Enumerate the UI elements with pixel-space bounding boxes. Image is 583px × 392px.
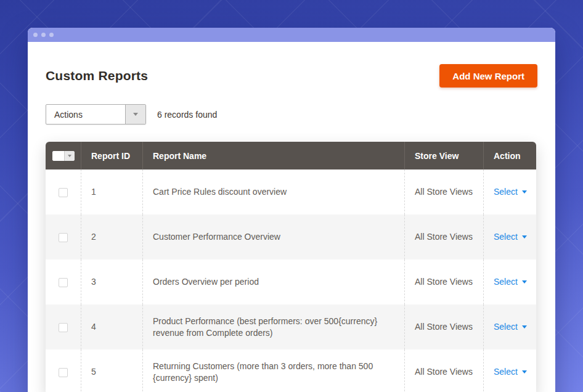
column-header-select-all[interactable] xyxy=(46,142,81,169)
window-control-dot[interactable] xyxy=(41,33,46,37)
row-action-select[interactable]: Select xyxy=(494,276,527,287)
app-window: Custom Reports Add New Report Actions 6 … xyxy=(28,28,555,392)
row-action-select[interactable]: Select xyxy=(494,186,527,197)
row-checkbox[interactable] xyxy=(59,323,68,332)
cell-report-id: 5 xyxy=(81,349,142,392)
caret-down-icon xyxy=(522,370,527,374)
column-header-report-name[interactable]: Report Name xyxy=(142,142,404,169)
window-control-dot[interactable] xyxy=(33,33,38,37)
table-row: 3 Orders Overview per period All Store V… xyxy=(46,259,536,304)
column-header-action[interactable]: Action xyxy=(483,142,536,169)
window-control-dot[interactable] xyxy=(49,33,54,37)
column-header-store-view[interactable]: Store View xyxy=(404,142,483,169)
select-label: Select xyxy=(494,186,518,197)
row-checkbox[interactable] xyxy=(59,368,68,377)
window-titlebar xyxy=(28,28,555,42)
table-header-row: Report ID Report Name Store View Action xyxy=(46,142,536,169)
cell-store-view: All Store Views xyxy=(404,349,483,392)
cell-report-id: 3 xyxy=(81,259,142,304)
row-action-select[interactable]: Select xyxy=(494,366,527,377)
add-new-report-button[interactable]: Add New Report xyxy=(439,64,537,88)
caret-down-icon xyxy=(522,325,527,329)
select-label: Select xyxy=(494,231,518,242)
cell-report-name: Product Performance (best performers: ov… xyxy=(142,304,404,349)
cell-report-name: Orders Overview per period xyxy=(142,259,404,304)
select-all-dropdown[interactable] xyxy=(64,151,75,161)
caret-down-icon xyxy=(522,190,527,194)
cell-store-view: All Store Views xyxy=(404,304,483,349)
chevron-down-icon xyxy=(68,155,71,157)
desktop-background: { "window": { "dot_count": 3 }, "header"… xyxy=(0,0,583,392)
cell-store-view: All Store Views xyxy=(404,214,483,259)
column-header-report-id[interactable]: Report ID xyxy=(81,142,142,169)
row-action-select[interactable]: Select xyxy=(494,321,527,332)
select-label: Select xyxy=(494,321,518,332)
select-label: Select xyxy=(494,276,518,287)
cell-report-name: Returning Customers (more than 3 orders,… xyxy=(142,349,404,392)
actions-select-value: Actions xyxy=(46,105,125,124)
cell-store-view: All Store Views xyxy=(404,259,483,304)
select-all-checkbox[interactable] xyxy=(52,151,64,161)
records-count: 6 records found xyxy=(157,110,217,120)
table-row: 5 Returning Customers (more than 3 order… xyxy=(46,349,536,392)
row-checkbox[interactable] xyxy=(59,233,68,242)
cell-report-name: Customer Performance Overview xyxy=(142,214,404,259)
select-all-control[interactable] xyxy=(52,151,75,161)
cell-report-id: 2 xyxy=(81,214,142,259)
table-row: 1 Cart Price Rules discount overview All… xyxy=(46,169,536,214)
cell-report-name: Cart Price Rules discount overview xyxy=(142,169,404,214)
cell-store-view: All Store Views xyxy=(404,169,483,214)
table-row: 2 Customer Performance Overview All Stor… xyxy=(46,214,536,259)
cell-report-id: 1 xyxy=(81,169,142,214)
cell-report-id: 4 xyxy=(81,304,142,349)
grid-toolbar: Actions 6 records found xyxy=(46,104,537,125)
caret-down-icon xyxy=(522,280,527,284)
caret-down-icon xyxy=(522,235,527,239)
chevron-down-icon xyxy=(133,113,138,116)
select-label: Select xyxy=(494,366,518,377)
actions-select[interactable]: Actions xyxy=(46,104,146,125)
page-content: Custom Reports Add New Report Actions 6 … xyxy=(28,64,555,392)
page-header: Custom Reports Add New Report xyxy=(46,64,537,88)
table-row: 4 Product Performance (best performers: … xyxy=(46,304,536,349)
actions-select-caret-box[interactable] xyxy=(125,105,145,124)
page-title: Custom Reports xyxy=(46,68,148,83)
row-checkbox[interactable] xyxy=(59,278,68,287)
row-checkbox[interactable] xyxy=(59,188,68,197)
reports-table: Report ID Report Name Store View Action … xyxy=(46,142,536,392)
row-action-select[interactable]: Select xyxy=(494,231,527,242)
